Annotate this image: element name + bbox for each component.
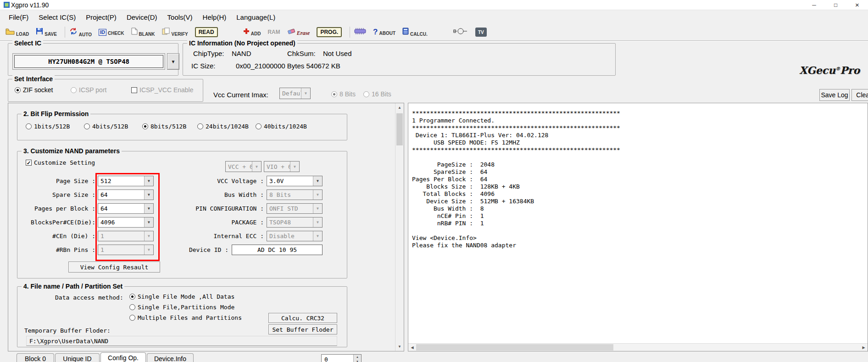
- toolbar-prog[interactable]: PROG.: [317, 27, 342, 37]
- page-size-select[interactable]: 512 ▼: [98, 176, 154, 186]
- chevron-down-icon: ▼: [144, 231, 153, 241]
- bits8-radio[interactable]: 8 Bits: [331, 90, 356, 98]
- tab-block0[interactable]: Block 0: [17, 353, 54, 362]
- save-log-button[interactable]: Save Log: [819, 89, 850, 101]
- toolbar-socket[interactable]: [354, 28, 366, 37]
- vcc-current-value: Default: [280, 90, 301, 97]
- blocks-per-ce-select[interactable]: 4096 ▼: [98, 217, 154, 228]
- load-folder-icon: [6, 28, 15, 37]
- bitflip-1bits-radio[interactable]: 1bits/512B: [26, 123, 70, 130]
- bus-width-select[interactable]: 8 Bits ▼: [267, 189, 323, 200]
- toolbar-erase[interactable]: Erase: [287, 28, 310, 37]
- icsp-vcc-checkbox[interactable]: ICSP_VCC Enable: [131, 86, 194, 94]
- spare-size-label: Spare Size :: [17, 191, 95, 199]
- toolbar-tv[interactable]: TV: [475, 28, 487, 37]
- close-icon: ×: [855, 1, 859, 9]
- bitflip-8bits-radio[interactable]: 8bits/512B: [142, 123, 186, 130]
- device-id-field[interactable]: AD DC 10 95: [232, 245, 323, 255]
- pin-configuration-select[interactable]: ONFI STD ▼: [267, 203, 323, 214]
- clear-button[interactable]: Clear: [851, 89, 868, 101]
- toolbar-load[interactable]: LOAD: [6, 28, 29, 37]
- toolbar-read[interactable]: READ: [195, 27, 218, 37]
- scroll-down-button[interactable]: ▼: [395, 342, 404, 351]
- cen-die-select[interactable]: 1 ▼: [98, 231, 154, 241]
- vcc-offset-select[interactable]: VCC + 0.0V ▼: [225, 161, 262, 172]
- pages-per-block-select[interactable]: 64 ▼: [98, 203, 154, 214]
- toolbar-save[interactable]: SAVE: [36, 28, 57, 37]
- tab-config-op[interactable]: Config Op.: [100, 352, 146, 362]
- scroll-left-button[interactable]: ◀: [408, 344, 416, 351]
- set-buffer-folder-button[interactable]: Set Buffer Floder: [268, 324, 337, 334]
- toolbar-blank[interactable]: BLANK: [131, 28, 155, 37]
- bits16-radio[interactable]: 16 Bits: [363, 90, 391, 98]
- tab-unique-id[interactable]: Unique ID: [55, 353, 100, 362]
- internal-ecc-value: Disable: [267, 233, 313, 239]
- spin-down-icon[interactable]: ▼: [354, 359, 361, 362]
- spin-up-icon[interactable]: ▲: [354, 355, 361, 359]
- question-mark-icon: ?: [373, 28, 378, 36]
- toolbar-verify[interactable]: VERIFY: [162, 28, 188, 37]
- package-select[interactable]: TSOP48 ▼: [267, 217, 323, 228]
- save-log-label: Save Log: [821, 91, 848, 99]
- device-count-spinner[interactable]: 0 ▲ ▼: [321, 354, 362, 362]
- toolbar-add[interactable]: ADD: [243, 28, 261, 36]
- scrollbar-thumb[interactable]: [396, 113, 403, 145]
- temp-buffer-label: Temporary Buffer Floder:: [24, 327, 111, 334]
- menu-help[interactable]: Help(H): [198, 13, 232, 21]
- spare-size-select[interactable]: 64 ▼: [98, 189, 154, 200]
- close-button[interactable]: ×: [846, 0, 868, 10]
- scroll-up-button[interactable]: ▲: [395, 103, 404, 112]
- xgpro-window: Xgpro v11.90 ─ □ × File(F) Select IC(S) …: [0, 0, 868, 362]
- toolbar-separator: [350, 27, 350, 38]
- customize-setting-checkbox[interactable]: ✓ Customize Setting: [26, 159, 95, 166]
- menu-language[interactable]: Language(L): [231, 13, 280, 21]
- toolbar-pin-detect[interactable]: [453, 28, 468, 37]
- icsp-port-radio[interactable]: ICSP port: [71, 86, 106, 94]
- rbn-pins-select[interactable]: 1 ▼: [98, 245, 154, 255]
- maximize-button[interactable]: □: [825, 0, 846, 10]
- toolbar-separator: [65, 27, 65, 38]
- logo-suffix: Pro: [840, 64, 860, 76]
- vcc-voltage-value: 3.0V: [267, 178, 313, 184]
- scroll-right-button[interactable]: ▶: [860, 344, 868, 351]
- single-file-mode-radio[interactable]: Single File Mode ,All Datas: [129, 293, 234, 300]
- ic-info-caption: IC Information (No Project opened): [187, 39, 297, 47]
- log-panel: ****************************************…: [408, 103, 868, 351]
- select-ic-dropdown-button[interactable]: ▼: [167, 53, 179, 70]
- bitflip-40bits-label: 40bits/1024B: [264, 123, 307, 130]
- zif-socket-radio[interactable]: ZIF socket: [15, 86, 53, 94]
- menu-select-ic[interactable]: Select IC(S): [33, 13, 81, 21]
- tab-device-info[interactable]: Device.Info: [147, 353, 194, 362]
- selected-ic-value[interactable]: HY27UH084G2M @ TSOP48: [14, 55, 163, 68]
- toolbar-check[interactable]: ID CHECK: [99, 29, 124, 36]
- select-ic-group: Select IC HY27UH084G2M @ TSOP48 ▼: [8, 43, 178, 76]
- view-config-result-button[interactable]: View Config Resault: [68, 262, 160, 273]
- menu-project[interactable]: Project(P): [81, 13, 122, 21]
- toolbar-ram[interactable]: RAM: [267, 29, 280, 35]
- scrollbar-thumb[interactable]: [416, 344, 613, 351]
- multiple-files-radio[interactable]: Multiple Files and Partitions: [129, 314, 242, 321]
- radio-icon: [15, 87, 21, 93]
- radio-icon: [331, 91, 337, 97]
- vio-offset-select[interactable]: VIO + 0.0V ▼: [264, 161, 300, 172]
- calc-crc32-label: Calcu. CRC32: [281, 315, 324, 322]
- bitflip-40bits-radio[interactable]: 40bits/1024B: [256, 123, 307, 130]
- bitflip-24bits-radio[interactable]: 24bits/1024B: [197, 123, 249, 130]
- toolbar-auto[interactable]: AUTO: [69, 27, 92, 37]
- radio-icon: [26, 123, 32, 129]
- menu-tools[interactable]: Tools(V): [162, 13, 198, 21]
- internal-ecc-select[interactable]: Disable ▼: [267, 231, 323, 241]
- chevron-down-icon: ▼: [144, 176, 153, 186]
- vcc-voltage-select[interactable]: 3.0V ▼: [267, 176, 323, 186]
- device-id-value: AD DC 10 95: [257, 246, 297, 253]
- single-file-partitions-radio[interactable]: Single File,Partitions Mode: [129, 304, 234, 311]
- menu-device[interactable]: Device(D): [122, 13, 162, 21]
- menu-file[interactable]: File(F): [4, 13, 33, 21]
- toolbar-calcu[interactable]: CALCU.: [402, 28, 428, 37]
- bitflip-4bits-radio[interactable]: 4bits/512B: [84, 123, 128, 130]
- vcc-current-select[interactable]: Default ▼: [279, 88, 311, 99]
- toolbar-about[interactable]: ? ABOUT: [373, 28, 395, 36]
- calc-crc32-button[interactable]: Calcu. CRC32: [268, 313, 337, 323]
- minimize-button[interactable]: ─: [803, 0, 825, 10]
- temp-buffer-path-field[interactable]: F:\Xgpro\UserData\NAND: [26, 336, 337, 346]
